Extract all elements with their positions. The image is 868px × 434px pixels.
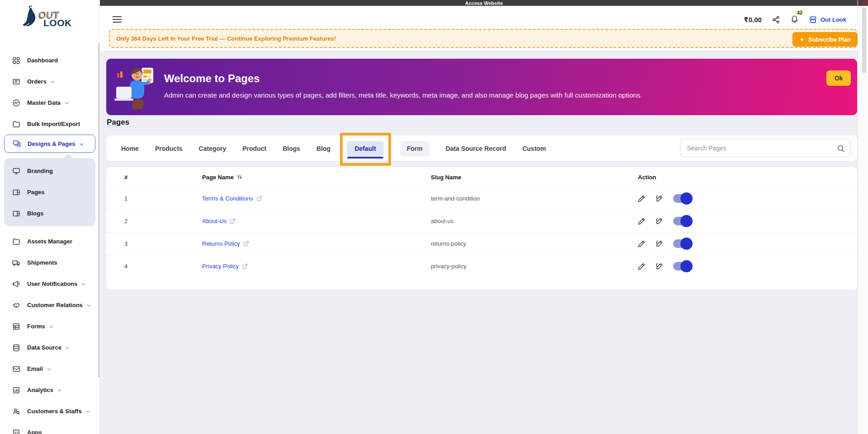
table-icon (12, 322, 20, 331)
row-number: 1 (124, 195, 202, 202)
sidebar-item-master-data[interactable]: Master Data (0, 92, 99, 113)
design-pen-icon (656, 217, 663, 225)
lightning-icon (799, 37, 805, 42)
sidebar-item-orders[interactable]: Orders (0, 71, 99, 92)
external-link-icon (256, 196, 262, 201)
sort-icon[interactable] (236, 174, 243, 180)
scrollbar-thumb[interactable] (862, 8, 866, 73)
table-row: 4Privacy Policyprivacy-policy (106, 255, 857, 277)
welcome-description: Admin can create and design various type… (164, 91, 642, 99)
sidebar-submenu: BrandingPagesBlogs (4, 158, 95, 226)
user-search-icon (12, 407, 20, 415)
sidebar-item-apps[interactable]: Apps (0, 422, 99, 434)
page-status-toggle[interactable] (673, 262, 691, 271)
page-status-toggle[interactable] (673, 194, 691, 203)
notifications-button[interactable]: 42 (790, 14, 799, 25)
sidebar-item-customers-staffs[interactable]: Customers & Staffs (0, 401, 99, 422)
access-website-strip: Access Website (100, 0, 868, 6)
sidebar-item-label: Bulk Import/Export (27, 121, 80, 127)
design-pen-icon (656, 240, 663, 247)
slug-name: about-us (431, 218, 638, 224)
search-input[interactable] (687, 140, 831, 157)
sidebar-item-dashboard[interactable]: Dashboard (0, 50, 99, 71)
sidebar-item-designs-pages[interactable]: Designs & Pages (4, 135, 95, 153)
slug-name: privacy-policy (431, 263, 638, 270)
sidebar-item-assets-manager[interactable]: Assets Manager (0, 231, 99, 252)
pencil-icon (638, 240, 646, 247)
devices-icon (13, 140, 21, 148)
sidebar-scrollbar[interactable] (98, 43, 99, 377)
truck-icon (12, 259, 20, 267)
sidebar-item-shipments[interactable]: Shipments (0, 252, 99, 273)
search-icon[interactable] (837, 145, 845, 153)
menu-toggle-button[interactable] (113, 16, 122, 23)
table-row: 3Returns Policyreturns-policy (106, 232, 857, 255)
tab-form[interactable]: Form (400, 141, 429, 156)
sidebar-item-user-notifications[interactable]: User Notifications (0, 273, 99, 294)
tab-product[interactable]: Product (242, 145, 266, 152)
sidebar-item-data-source[interactable]: Data Source (0, 337, 99, 358)
header-bar: ₹0.00 42 Out Look Only 364 Days Left In … (100, 6, 868, 51)
tab-blogs[interactable]: Blogs (283, 145, 300, 152)
page-link[interactable]: Returns Policy (202, 240, 240, 247)
chevron-down-icon (64, 100, 70, 106)
megaphone-icon (12, 280, 20, 288)
page-status-toggle[interactable] (673, 239, 691, 248)
design-edit-button[interactable] (656, 195, 663, 202)
page-link[interactable]: Privacy Policy (202, 263, 239, 270)
sidebar-item-analytics[interactable]: Analytics (0, 379, 99, 401)
sidebar-item-bulk-import-export[interactable]: Bulk Import/Export (0, 113, 99, 135)
page-link[interactable]: About-Us (202, 218, 226, 224)
database-icon (12, 344, 20, 352)
access-website-link[interactable]: Access Website (465, 0, 503, 6)
design-edit-button[interactable] (656, 262, 663, 270)
page-title: Pages (107, 118, 129, 127)
analytics-icon (12, 386, 20, 394)
subscribe-plan-label: Subscribe Plan (808, 36, 851, 43)
page-status-toggle[interactable] (673, 217, 691, 225)
wallet-balance[interactable]: ₹0.00 (744, 16, 762, 24)
col-slug-name: Slug Name (431, 174, 638, 181)
edit-button[interactable] (638, 217, 646, 225)
edit-button[interactable] (638, 262, 646, 270)
chevron-down-icon (80, 281, 86, 287)
subscribe-plan-button[interactable]: Subscribe Plan (793, 32, 858, 47)
design-edit-button[interactable] (656, 240, 663, 247)
tab-default[interactable]: Default (347, 141, 383, 156)
sidebar-item-label: Apps (27, 429, 42, 434)
design-edit-button[interactable] (656, 217, 663, 225)
toggle-knob (680, 260, 693, 272)
share-icon[interactable] (772, 15, 780, 24)
col-number: # (124, 174, 202, 181)
store-button[interactable]: Out Look (809, 15, 846, 24)
sidebar-item-branding[interactable]: Branding (4, 160, 95, 182)
sidebar-item-label: Designs & Pages (28, 140, 75, 147)
ok-button[interactable]: Ok (826, 70, 851, 86)
scrollbar-top-button[interactable] (862, 0, 868, 6)
edit-button[interactable] (638, 195, 646, 202)
sidebar-item-pages[interactable]: Pages (4, 182, 95, 203)
sidebar-item-label: Email (27, 365, 43, 372)
tab-category[interactable]: Category (199, 145, 226, 152)
sidebar-item-blogs[interactable]: Blogs (4, 203, 95, 224)
row-number: 4 (124, 263, 202, 270)
dress-logo-icon (21, 5, 41, 31)
sidebar-item-label: Assets Manager (27, 238, 72, 245)
tab-blog[interactable]: Blog (316, 145, 330, 152)
trial-banner: Only 364 Days Left In Your Free Trial — … (109, 29, 857, 48)
email-icon (12, 365, 20, 373)
folder-icon (12, 238, 20, 246)
page-link[interactable]: Terms & Conditions (202, 195, 253, 202)
sidebar-item-forms[interactable]: Forms (0, 316, 99, 337)
tab-custom[interactable]: Custom (522, 145, 546, 152)
toggle-knob (680, 192, 693, 205)
sidebar-item-customer-relations[interactable]: Customer Relations (0, 294, 99, 316)
tab-products[interactable]: Products (155, 145, 183, 152)
page-name-cell: Privacy Policy (202, 263, 431, 270)
external-link-icon (243, 241, 249, 247)
layout-icon (12, 210, 20, 218)
tab-home[interactable]: Home (121, 145, 139, 152)
sidebar-item-email[interactable]: Email (0, 358, 99, 379)
edit-button[interactable] (638, 240, 646, 247)
tab-data-source-record[interactable]: Data Source Record (446, 145, 506, 152)
